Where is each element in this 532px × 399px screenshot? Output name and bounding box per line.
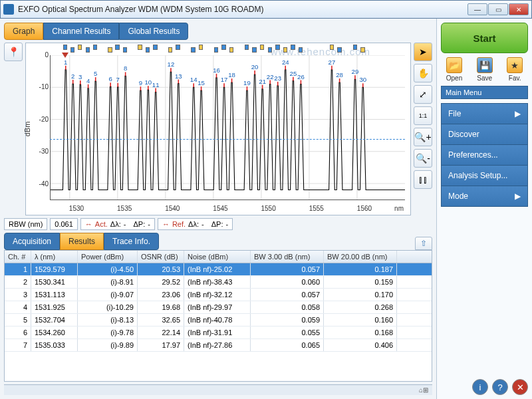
tab-results[interactable]: Results	[60, 233, 104, 250]
menu-analysis-setup[interactable]: Analysis Setup...	[441, 166, 528, 186]
table-row[interactable]: 11529.579(i)-4.5020.53(InB nf)-25.020.05…	[5, 263, 432, 276]
chevron-right-icon: ▶	[515, 109, 521, 118]
svg-text:4: 4	[86, 78, 90, 84]
svg-text:27: 27	[329, 59, 336, 66]
svg-text:29: 29	[352, 69, 359, 76]
svg-text:26: 26	[297, 74, 305, 80]
right-toolbar: ➤ ✋ ⤢ 1:1 🔍+ 🔍- ⫿⫿	[414, 43, 432, 215]
zoom-fit-tool[interactable]: ⤢	[414, 85, 432, 104]
table-row[interactable]: 61534.260(i)-9.7822.14(InB nf)-31.910.05…	[5, 327, 432, 339]
table-row[interactable]: 51532.704(i)-8.1332.65(InB nf)-40.780.05…	[5, 314, 432, 327]
svg-text:28: 28	[336, 72, 343, 78]
plot-area[interactable]: 1234567891011121314151617181920212223242…	[50, 55, 405, 200]
col-noise[interactable]: Noise (dBm)	[184, 251, 251, 263]
tab-graph[interactable]: Graph	[4, 23, 43, 40]
svg-text:22: 22	[267, 74, 274, 80]
svg-text:1: 1	[64, 59, 67, 66]
cursor-tool[interactable]: ➤	[414, 43, 432, 61]
status-bar: RBW (nm) 0.061 ↔Act. Δλ: - ΔP: - ↔Ref. Δ…	[4, 218, 432, 230]
svg-text:2: 2	[71, 73, 74, 80]
menu-file[interactable]: File▶	[441, 103, 528, 124]
zoom-out-tool[interactable]: 🔍-	[414, 149, 432, 168]
svg-text:21: 21	[259, 78, 266, 85]
tab-trace-info[interactable]: Trace Info.	[104, 233, 159, 250]
menu-mode[interactable]: Mode▶	[441, 186, 528, 207]
svg-text:20: 20	[251, 64, 259, 70]
spectrum-svg: 1234567891011121314151617181920212223242…	[51, 55, 405, 200]
connection-icon: ⌂⊞	[419, 386, 428, 394]
ref-group: ↔Ref. Δλ: - ΔP: -	[158, 218, 233, 230]
marker-line[interactable]	[50, 139, 405, 140]
open-button[interactable]: 📂Open	[446, 57, 462, 82]
col-bw20[interactable]: BW 20.00 dB (nm)	[324, 251, 397, 263]
peak-marker-tool[interactable]: 📍	[4, 43, 23, 61]
spectrum-chart[interactable]: www.tehencom.com dBm 1234567891011121314…	[25, 43, 411, 215]
menu-discover[interactable]: Discover	[441, 124, 528, 145]
sidebar: Start 📂Open 💾Save ★Fav. Main Menu File▶ …	[436, 19, 532, 399]
svg-text:14: 14	[190, 77, 198, 84]
favorite-button[interactable]: ★Fav.	[507, 57, 523, 82]
table-row[interactable]: 41531.925(i)-10.2919.68(InB nf)-29.970.0…	[5, 301, 432, 314]
main-menu-header: Main Menu	[441, 86, 528, 99]
zoom-in-tool[interactable]: 🔍+	[414, 128, 432, 146]
col-osnr[interactable]: OSNR (dB)	[138, 251, 184, 263]
channel-indicator-bar	[50, 45, 405, 53]
info-button[interactable]: i	[472, 379, 488, 395]
rbw-cell: RBW (nm)	[4, 218, 47, 230]
svg-text:12: 12	[168, 62, 175, 68]
svg-text:7: 7	[116, 76, 120, 83]
rbw-value: 0.061	[50, 218, 78, 230]
svg-text:24: 24	[282, 59, 289, 66]
table-row[interactable]: 71535.033(i)-9.8917.97(InB nf)-27.860.06…	[5, 339, 432, 352]
results-table[interactable]: Ch. # λ (nm) Power (dBm) OSNR (dB) Noise…	[4, 250, 432, 382]
save-icon: 💾	[477, 57, 493, 73]
svg-text:9: 9	[139, 80, 142, 86]
close-button[interactable]: ✕	[509, 3, 529, 15]
svg-text:25: 25	[290, 70, 297, 77]
svg-text:10: 10	[144, 80, 152, 86]
left-toolbar: 📍	[4, 43, 23, 215]
svg-text:16: 16	[213, 67, 220, 74]
svg-text:11: 11	[152, 82, 160, 88]
result-tabs: Acquisition Results Trace Info.	[4, 233, 159, 250]
titlebar: EXFO Optical Spectrum Analyzer WDM (WDM …	[0, 0, 532, 19]
footer-bar: ⌂⊞	[4, 384, 432, 395]
maximize-button[interactable]: ▭	[488, 3, 508, 15]
svg-text:19: 19	[243, 80, 251, 86]
y-axis-label: dBm	[23, 122, 31, 137]
col-ch[interactable]: Ch. #	[5, 251, 31, 263]
tab-global-results[interactable]: Global Results	[119, 23, 188, 40]
table-row[interactable]: 31531.113(i)-9.0723.06(InB nf)-32.120.05…	[5, 289, 432, 301]
table-row[interactable]: 21530.341(i)-8.9129.52(InB nf)-38.430.06…	[5, 276, 432, 289]
help-button[interactable]: ?	[492, 379, 508, 395]
col-power[interactable]: Power (dBm)	[78, 251, 138, 263]
tab-acquisition[interactable]: Acquisition	[4, 233, 60, 250]
table-header: Ch. # λ (nm) Power (dBm) OSNR (dB) Noise…	[5, 251, 432, 263]
zoom-reset-tool[interactable]: 1:1	[414, 106, 432, 125]
start-button[interactable]: Start	[441, 23, 528, 53]
col-wl[interactable]: λ (nm)	[31, 251, 78, 263]
tab-channel-results[interactable]: Channel Results	[43, 23, 119, 40]
svg-text:23: 23	[274, 75, 281, 82]
pan-tool[interactable]: ✋	[414, 64, 432, 82]
svg-text:5: 5	[94, 70, 97, 77]
col-bw3[interactable]: BW 3.00 dB (nm)	[251, 251, 324, 263]
view-tabs: Graph Channel Results Global Results	[4, 23, 432, 40]
window-title: EXFO Optical Spectrum Analyzer WDM (WDM …	[18, 5, 467, 14]
folder-open-icon: 📂	[446, 57, 462, 73]
svg-text:8: 8	[124, 66, 127, 72]
svg-text:18: 18	[228, 72, 235, 78]
svg-text:30: 30	[359, 77, 366, 84]
svg-text:6: 6	[109, 76, 112, 83]
save-button[interactable]: 💾Save	[477, 57, 493, 82]
expand-panel-button[interactable]: ⇧	[415, 237, 432, 250]
channel-marker-tool[interactable]: ⫿⫿	[414, 170, 432, 189]
chevron-right-icon: ▶	[515, 192, 521, 201]
minimize-button[interactable]: —	[467, 3, 487, 15]
exit-button[interactable]: ✕	[512, 379, 528, 395]
svg-text:15: 15	[198, 80, 205, 86]
svg-text:13: 13	[175, 73, 182, 80]
menu-preferences[interactable]: Preferences...	[441, 145, 528, 166]
svg-text:17: 17	[221, 77, 228, 84]
app-icon	[3, 4, 14, 15]
